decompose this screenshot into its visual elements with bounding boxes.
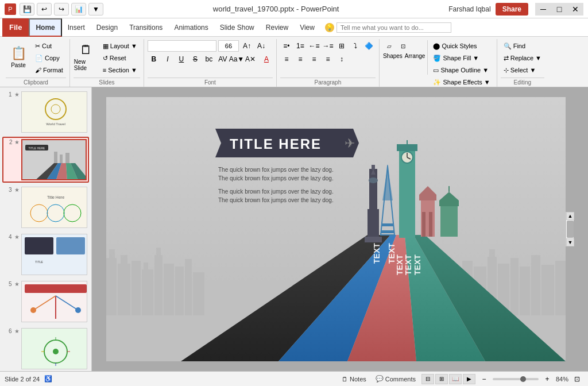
slide-thumb-4[interactable]: TITLE xyxy=(21,234,87,275)
undo-button[interactable]: ↩ xyxy=(37,3,52,16)
shape-effects-button[interactable]: ✨ Shape Effects ▼ xyxy=(430,76,493,88)
help-input[interactable] xyxy=(336,22,451,33)
zoom-slider[interactable] xyxy=(493,378,539,380)
format-painter-icon: 🖌 xyxy=(35,67,41,74)
select-button[interactable]: ⊹ Select ▼ xyxy=(501,64,539,76)
save-button[interactable]: 💾 xyxy=(20,3,34,16)
fit-slide-btn[interactable]: ⊡ xyxy=(571,373,583,385)
shadow-button[interactable]: bc xyxy=(203,53,215,65)
bullets-btn[interactable]: ≡• xyxy=(280,40,293,52)
review-menu[interactable]: Review xyxy=(260,18,294,37)
svg-rect-71 xyxy=(372,165,375,169)
slide-canvas[interactable]: TEXT TEXT TEXT TEXT TEXT ✈ TITLE HERE Th… xyxy=(106,97,566,361)
slide-thumb-2[interactable]: TITLE HERE xyxy=(21,139,87,180)
slide-sorter-btn[interactable]: ⊞ xyxy=(435,374,448,384)
share-button[interactable]: Share xyxy=(496,3,528,16)
customize-button[interactable]: ▼ xyxy=(88,3,103,16)
align-right-btn[interactable]: ≡ xyxy=(308,53,320,65)
copy-button[interactable]: 📄 Copy xyxy=(32,52,66,64)
ribbon: 📋 Paste ✂ Cut 📄 Copy 🖌 Format Clipboard … xyxy=(0,37,588,87)
character-spacing-btn[interactable]: AV xyxy=(216,53,229,65)
animations-menu[interactable]: Animations xyxy=(168,18,214,37)
zoom-thumb[interactable] xyxy=(520,376,526,382)
vertical-scrollbar[interactable]: ▲ ▼ xyxy=(566,212,574,246)
close-button[interactable]: ✕ xyxy=(567,3,583,16)
slideshow-menu[interactable]: Slide Show xyxy=(214,18,260,37)
format-painter-button[interactable]: 🖌 Format xyxy=(32,64,66,76)
font-color-btn[interactable]: A xyxy=(260,53,273,65)
app-icon: P xyxy=(5,3,16,15)
shape-fill-button[interactable]: 🪣 Shape Fill ▼ xyxy=(430,52,493,64)
redo-button[interactable]: ↪ xyxy=(54,3,69,16)
slide-thumb-6[interactable] xyxy=(21,328,87,369)
numbering-btn[interactable]: 1≡ xyxy=(294,40,307,52)
slide-star-2: ★ xyxy=(14,139,19,145)
presentation-button[interactable]: 📊 xyxy=(71,3,86,16)
slide-thumb-3[interactable]: Title Here xyxy=(21,187,87,228)
underline-button[interactable]: U xyxy=(175,53,188,65)
minimize-button[interactable]: ─ xyxy=(535,3,551,16)
reset-button[interactable]: ↺ Reset xyxy=(100,52,140,64)
slideshow-btn[interactable]: ▶ xyxy=(463,374,475,384)
slide-item-1[interactable]: 1 ★ World Travel xyxy=(2,90,89,134)
transitions-menu[interactable]: Transitions xyxy=(123,18,168,37)
line-spacing-btn[interactable]: ↕ xyxy=(335,53,348,65)
cut-button[interactable]: ✂ Cut xyxy=(32,40,66,52)
slide-thumb-5[interactable] xyxy=(21,281,87,322)
italic-button[interactable]: I xyxy=(161,53,174,65)
zoom-in-btn[interactable]: + xyxy=(541,373,554,385)
align-left-btn[interactable]: ≡ xyxy=(280,53,293,65)
strikethrough-button[interactable]: S xyxy=(189,53,202,65)
clear-format-btn[interactable]: A✕ xyxy=(244,53,257,65)
increase-indent-btn[interactable]: →≡ xyxy=(322,40,334,52)
maximize-button[interactable]: □ xyxy=(551,3,567,16)
bold-button[interactable]: B xyxy=(148,53,160,65)
scroll-down-button[interactable]: ▼ xyxy=(566,238,574,246)
slides-group: 🗒 New Slide ▦ Layout ▼ ↺ Reset ≡ Section… xyxy=(70,39,144,87)
increase-font-btn[interactable]: A↑ xyxy=(241,40,253,52)
change-case-btn[interactable]: Aa▼ xyxy=(230,53,243,65)
reading-view-btn[interactable]: 📖 xyxy=(449,374,462,384)
slide-item-5[interactable]: 5 ★ xyxy=(2,279,89,324)
view-menu[interactable]: View xyxy=(294,18,320,37)
comments-button[interactable]: 💬 Comments xyxy=(372,374,419,384)
normal-view-btn[interactable]: ⊟ xyxy=(421,374,434,384)
paste-button[interactable]: 📋 Paste xyxy=(6,40,31,74)
convert-to-smartart-btn[interactable]: 🔷 xyxy=(363,40,376,52)
file-menu[interactable]: File xyxy=(2,18,29,37)
insert-menu[interactable]: Insert xyxy=(62,18,91,37)
align-center-btn[interactable]: ≡ xyxy=(294,53,307,65)
font-size-input[interactable] xyxy=(218,40,239,52)
quick-styles-button[interactable]: ⬤ Quick Styles xyxy=(430,40,493,52)
scroll-thumb[interactable] xyxy=(567,221,574,238)
arrange-btn[interactable]: ⊡ xyxy=(397,40,409,52)
shapes-btn[interactable]: ▱ xyxy=(383,40,396,52)
decrease-indent-btn[interactable]: ←≡ xyxy=(308,40,320,52)
scroll-up-button[interactable]: ▲ xyxy=(566,212,574,220)
replace-button[interactable]: ⇄ Replace ▼ xyxy=(501,52,544,64)
notes-button[interactable]: 🗒 Notes xyxy=(338,375,370,384)
layout-button[interactable]: ▦ Layout ▼ xyxy=(100,40,140,52)
new-slide-button[interactable]: 🗒 New Slide xyxy=(74,40,99,74)
justify-btn[interactable]: ≡ xyxy=(322,53,334,65)
find-button[interactable]: 🔍 Find xyxy=(501,40,528,52)
columns-btn[interactable]: ⊞ xyxy=(335,40,348,52)
slide-item-3[interactable]: 3 ★ Title Here xyxy=(2,185,89,230)
slide-item-6[interactable]: 6 ★ xyxy=(2,326,89,371)
slide-item-4[interactable]: 4 ★ TITLE xyxy=(2,232,89,277)
text-direction-btn[interactable]: ⤵ xyxy=(349,40,362,52)
decrease-font-btn[interactable]: A↓ xyxy=(255,40,268,52)
home-tab[interactable]: Home xyxy=(29,18,61,37)
slide-item-2[interactable]: 2 ★ TITLE HERE xyxy=(2,137,89,183)
slide-panel[interactable]: 1 ★ World Travel 2 ★ xyxy=(0,87,92,371)
svg-rect-60 xyxy=(531,255,540,315)
zoom-out-btn[interactable]: − xyxy=(478,373,490,385)
font-row1: A↑ A↓ xyxy=(148,40,268,52)
shape-outline-button[interactable]: ▭ Shape Outline ▼ xyxy=(430,64,493,76)
slide-thumb-1[interactable]: World Travel xyxy=(21,91,87,133)
shapes-palette: ▱ ⊡ xyxy=(383,40,425,52)
svg-text:The quick brown fox jumps over: The quick brown fox jumps over the lazy … xyxy=(218,167,334,173)
font-name-input[interactable] xyxy=(148,40,216,52)
section-button[interactable]: ≡ Section ▼ xyxy=(100,64,140,76)
design-menu[interactable]: Design xyxy=(91,18,123,37)
